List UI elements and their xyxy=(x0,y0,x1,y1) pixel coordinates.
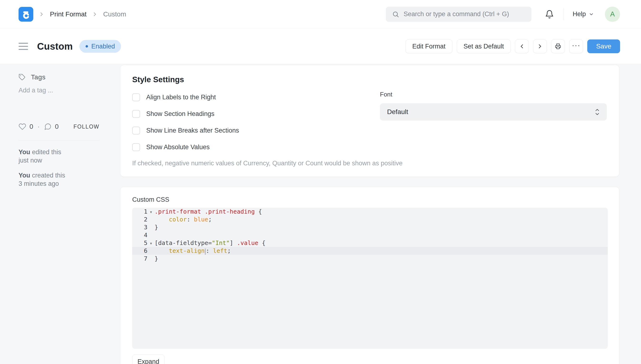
user-avatar[interactable]: A xyxy=(605,7,620,22)
breadcrumb-chevron-icon xyxy=(39,11,45,17)
previous-document-button[interactable] xyxy=(515,40,529,53)
select-caret-icon xyxy=(595,108,600,116)
sidebar-divider xyxy=(19,140,99,141)
code-text: [data-fieldtype="Int"] .value { xyxy=(155,239,266,247)
custom-css-label: Custom CSS xyxy=(132,196,607,204)
code-text: text-align: left; xyxy=(155,247,231,255)
help-label: Help xyxy=(572,10,586,18)
code-line-5[interactable]: 5▾[data-fieldtype="Int"] .value { xyxy=(132,239,608,247)
save-button[interactable]: Save xyxy=(587,40,620,53)
font-field-label: Font xyxy=(380,91,607,98)
code-line-4[interactable]: 4 xyxy=(132,231,608,239)
avatar-letter: A xyxy=(610,10,614,18)
expand-button[interactable]: Expand xyxy=(132,354,165,364)
chevron-left-icon xyxy=(518,43,525,50)
line-number: 3 xyxy=(132,223,147,231)
code-line-2[interactable]: 2 color: blue; xyxy=(132,216,608,223)
fold-gutter xyxy=(147,227,155,228)
checkbox-label: Show Absolute Values xyxy=(146,144,210,151)
social-row: 0 · 0 FOLLOW xyxy=(19,123,99,130)
heart-icon[interactable] xyxy=(19,123,26,130)
page-title: Custom xyxy=(37,41,73,52)
line-number: 4 xyxy=(132,231,147,239)
menu-button[interactable]: ··· xyxy=(569,40,583,53)
fold-arrow-icon[interactable]: ▾ xyxy=(147,208,155,216)
printer-icon xyxy=(555,43,561,50)
code-line-1[interactable]: 1▾.print-format .print-heading { xyxy=(132,208,608,216)
line-number: 2 xyxy=(132,216,147,223)
checkbox-box[interactable] xyxy=(132,127,140,134)
code-text: .print-format .print-heading { xyxy=(155,208,262,216)
created-by-line: You created this xyxy=(19,171,65,180)
custom-css-section: Custom CSS 1▾.print-format .print-headin… xyxy=(120,187,619,364)
like-count: 0 xyxy=(30,123,33,130)
page-head: Custom Enabled Edit Format Set as Defaul… xyxy=(0,29,641,64)
chevron-right-icon xyxy=(537,43,543,50)
tags-label: Tags xyxy=(31,74,46,81)
line-number: 6 xyxy=(132,247,147,255)
form-layout: Style Settings Align Labels to the Right… xyxy=(120,64,619,364)
erpnext-logo-icon xyxy=(21,10,31,19)
code-text: } xyxy=(155,223,158,231)
checkbox-box[interactable] xyxy=(132,110,140,118)
form-sidebar: Tags Add a tag ... 0 · 0 FOLLOW You edit… xyxy=(19,64,99,364)
comment-icon[interactable] xyxy=(44,123,52,130)
style-settings-section: Style Settings Align Labels to the Right… xyxy=(120,65,619,177)
help-menu[interactable]: Help xyxy=(572,10,594,18)
add-tag-input[interactable]: Add a tag ... xyxy=(19,87,53,94)
sidebar-toggle-button[interactable] xyxy=(19,43,28,50)
checkbox-label: Show Section Headings xyxy=(146,110,215,118)
font-select-value: Default xyxy=(387,108,408,116)
tags-section: Tags xyxy=(19,74,46,81)
page-body: Tags Add a tag ... 0 · 0 FOLLOW You edit… xyxy=(0,64,641,364)
status-badge-label: Enabled xyxy=(91,43,115,50)
status-dot-icon xyxy=(86,45,88,48)
edit-format-button[interactable]: Edit Format xyxy=(405,40,452,53)
search-placeholder: Search or type a command (Ctrl + G) xyxy=(403,10,509,18)
edited-who: You xyxy=(19,148,30,156)
checkbox-box[interactable] xyxy=(132,94,140,101)
code-line-7[interactable]: 7} xyxy=(132,255,608,262)
style-settings-checkboxes: Align Labels to the Right Show Section H… xyxy=(132,92,370,168)
dot-separator: · xyxy=(38,123,40,130)
app-logo[interactable] xyxy=(19,7,33,22)
set-as-default-button[interactable]: Set as Default xyxy=(457,40,511,53)
breadcrumb-chevron-icon xyxy=(92,11,98,17)
code-line-3[interactable]: 3} xyxy=(132,223,608,231)
global-search-input[interactable]: Search or type a command (Ctrl + G) xyxy=(386,7,531,22)
line-number: 1 xyxy=(132,208,147,216)
custom-css-code-editor[interactable]: 1▾.print-format .print-heading {2 color:… xyxy=(132,208,608,349)
next-document-button[interactable] xyxy=(533,40,547,53)
font-field: Font Default xyxy=(380,91,607,120)
notifications-button[interactable] xyxy=(544,8,555,20)
created-who: You xyxy=(19,172,30,179)
fold-gutter xyxy=(147,219,155,220)
search-icon xyxy=(392,11,399,18)
font-select[interactable]: Default xyxy=(380,103,607,120)
edited-action: edited this xyxy=(30,148,61,156)
code-line-6[interactable]: 6 text-align: left; xyxy=(132,247,608,255)
navbar-divider xyxy=(563,8,563,20)
tag-icon xyxy=(19,74,26,81)
line-number: 7 xyxy=(132,255,147,262)
fold-gutter xyxy=(147,235,155,236)
checkbox-show-absolute-values[interactable]: Show Absolute Values xyxy=(132,142,370,152)
code-text: color: blue; xyxy=(155,216,212,223)
fold-gutter xyxy=(147,258,155,259)
line-number: 5 xyxy=(132,239,147,247)
breadcrumb-current: Custom xyxy=(103,10,126,18)
checkbox-label: Show Line Breaks after Sections xyxy=(146,127,239,134)
checkbox-align-labels-right[interactable]: Align Labels to the Right xyxy=(132,92,370,103)
fold-arrow-icon[interactable]: ▾ xyxy=(147,239,155,247)
print-button[interactable] xyxy=(551,40,565,53)
checkbox-box[interactable] xyxy=(132,143,140,151)
breadcrumb-print-format[interactable]: Print Format xyxy=(50,10,87,18)
checkbox-show-line-breaks[interactable]: Show Line Breaks after Sections xyxy=(132,125,370,136)
follow-button[interactable]: FOLLOW xyxy=(74,124,99,130)
style-settings-heading: Style Settings xyxy=(132,74,607,84)
checkbox-description: If checked, negative numeric values of C… xyxy=(132,158,410,168)
navbar: Print Format Custom Search or type a com… xyxy=(0,0,641,28)
fold-gutter xyxy=(147,250,155,251)
checkbox-show-section-headings[interactable]: Show Section Headings xyxy=(132,108,370,119)
created-when: 3 minutes ago xyxy=(19,180,59,188)
